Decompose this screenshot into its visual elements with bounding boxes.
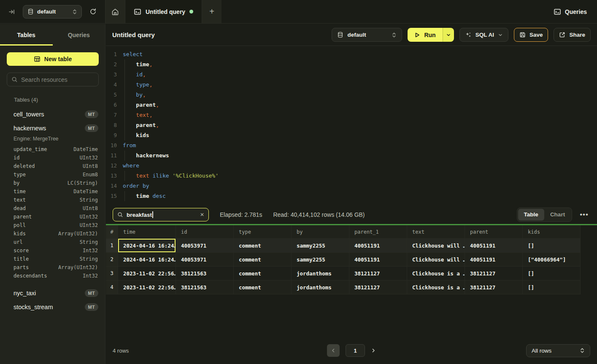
cell-parent[interactable]: 40051191 — [465, 239, 523, 253]
sql-ai-button[interactable]: SQL AI — [459, 28, 508, 42]
home-tab[interactable] — [105, 0, 125, 23]
table-list-item-nyc_taxi[interactable]: nyc_taxiMT — [0, 286, 105, 300]
queries-button[interactable]: Queries — [554, 8, 587, 16]
cell-id[interactable]: 38121563 — [176, 280, 234, 294]
row-number[interactable]: 1 — [106, 239, 118, 253]
cell-type[interactable]: comment — [234, 267, 292, 280]
column-name: kids — [14, 231, 58, 237]
table-list-item-stocks_stream[interactable]: stocks_streamMT — [0, 300, 105, 314]
column-header-id[interactable]: id — [176, 225, 234, 239]
cell-type[interactable]: comment — [234, 239, 292, 253]
cell-id[interactable]: 40053971 — [176, 253, 234, 267]
view-toggle-chart[interactable]: Chart — [544, 209, 571, 221]
cell-parent_1[interactable]: 40051191 — [349, 253, 407, 267]
run-options-dropdown[interactable] — [443, 28, 454, 42]
cell-time[interactable]: 2024-04-16 16:24… — [118, 239, 176, 253]
pin-sidebar-icon[interactable] — [7, 7, 17, 17]
query-database-selector[interactable]: default — [332, 28, 402, 42]
run-button[interactable]: Run — [408, 28, 442, 42]
row-number[interactable]: 2 — [106, 253, 118, 267]
cell-text[interactable]: Clickhouse is a … — [407, 267, 465, 280]
sidebar-tab-tables[interactable]: Tables — [0, 24, 53, 46]
column-header-type[interactable]: type — [234, 225, 292, 239]
table-list-item-cell_towers[interactable]: cell_towersMT — [0, 107, 105, 121]
cell-by[interactable]: jordanthoms — [292, 267, 349, 280]
cell-kids[interactable]: ["40066964"] — [523, 253, 581, 267]
ellipsis-menu-icon[interactable]: ••• — [578, 210, 590, 219]
cell-time[interactable]: 2023-11-02 22:56… — [118, 267, 176, 280]
column-row: typeEnum8 — [0, 170, 105, 179]
row-number[interactable]: 4 — [106, 280, 118, 294]
column-header-rownum[interactable]: # — [106, 225, 118, 239]
cell-parent_1[interactable]: 38121127 — [349, 280, 407, 294]
cell-id[interactable]: 38121563 — [176, 267, 234, 280]
cell-type[interactable]: comment — [234, 253, 292, 267]
cell-time[interactable]: 2023-11-02 22:56… — [118, 280, 176, 294]
table-list-item-hackernews[interactable]: hackernewsMT — [0, 121, 105, 135]
page-size-selector[interactable]: All rows — [526, 344, 590, 357]
next-page-button[interactable] — [371, 348, 376, 353]
column-type: String — [80, 239, 98, 245]
column-header-time[interactable]: time — [118, 225, 176, 239]
share-button[interactable]: Share — [554, 28, 591, 42]
cell-id[interactable]: 40053971 — [176, 239, 234, 253]
tab-label: Untitled query — [146, 8, 185, 15]
cell-by[interactable]: sammy2255 — [292, 239, 349, 253]
cell-parent[interactable]: 38121127 — [465, 280, 523, 294]
token: '%ClickHouse%' — [172, 173, 219, 179]
top-bar: default Untitled query + — [0, 0, 597, 24]
table-name: cell_towers — [14, 111, 85, 118]
sidebar-search-input[interactable]: Search resources — [7, 73, 99, 86]
tab-untitled-query[interactable]: Untitled query — [125, 0, 202, 23]
page-title: Untitled query — [112, 31, 155, 38]
previous-page-button[interactable] — [327, 344, 340, 357]
table-columns-list: update_timeDateTimeidUInt32deletedUInt8t… — [0, 145, 105, 286]
cell-kids[interactable]: [] — [523, 280, 581, 294]
clear-search-icon[interactable]: ✕ — [200, 212, 204, 218]
cell-by[interactable]: jordanthoms — [292, 280, 349, 294]
column-header-by[interactable]: by — [292, 225, 349, 239]
editor-line: 2 time, — [106, 59, 597, 70]
sql-editor[interactable]: 1select2 time,3 id,4 type,5 by,6 parent,… — [106, 46, 597, 205]
column-header-kids[interactable]: kids — [523, 225, 581, 239]
topbar-database-value: default — [37, 8, 69, 15]
line-code: id, — [123, 70, 597, 80]
new-tab-button[interactable]: + — [202, 0, 222, 23]
column-header-text[interactable]: text — [407, 225, 465, 239]
cell-parent[interactable]: 38121127 — [465, 267, 523, 280]
sidebar-tab-queries[interactable]: Queries — [53, 24, 105, 46]
results-search-input[interactable]: breakfast ✕ — [113, 208, 209, 221]
refresh-icon[interactable] — [88, 6, 98, 17]
column-name: time — [14, 189, 73, 194]
column-header-parent_1[interactable]: parent_1 — [349, 225, 407, 239]
save-button[interactable]: Save — [514, 28, 548, 42]
cell-kids[interactable]: [] — [523, 267, 581, 280]
cell-by[interactable]: sammy2255 — [292, 253, 349, 267]
cell-kids[interactable]: [] — [523, 239, 581, 253]
cell-parent_1[interactable]: 40051191 — [349, 239, 407, 253]
chevron-down-icon — [446, 32, 451, 38]
line-number: 5 — [106, 90, 123, 100]
column-name: descendants — [14, 273, 83, 279]
share-icon — [559, 32, 565, 38]
column-row: scoreInt32 — [0, 246, 105, 255]
editor-line: 6 parent, — [106, 100, 597, 110]
cell-text[interactable]: Clickhouse is a … — [407, 280, 465, 294]
column-type: Int32 — [83, 273, 98, 279]
column-header-parent[interactable]: parent — [465, 225, 523, 239]
cell-text[interactable]: Clickhouse will … — [407, 239, 465, 253]
chevron-updown-icon — [392, 32, 397, 38]
row-number[interactable]: 3 — [106, 267, 118, 280]
new-table-button[interactable]: New table — [7, 52, 99, 66]
cell-time[interactable]: 2024-04-16 16:24… — [118, 253, 176, 267]
cell-parent_1[interactable]: 38121127 — [349, 267, 407, 280]
cell-text[interactable]: Clickhouse will … — [407, 253, 465, 267]
view-toggle-table[interactable]: Table — [518, 209, 544, 221]
cell-type[interactable]: comment — [234, 280, 292, 294]
results-table: #timeidtypebyparent_1textparentkids12024… — [106, 225, 597, 294]
cell-parent[interactable]: 40051191 — [465, 253, 523, 267]
current-page-indicator[interactable]: 1 — [346, 344, 365, 357]
column-type: UInt8 — [83, 163, 98, 169]
sparkles-icon — [465, 32, 472, 38]
topbar-database-selector[interactable]: default — [23, 5, 82, 19]
